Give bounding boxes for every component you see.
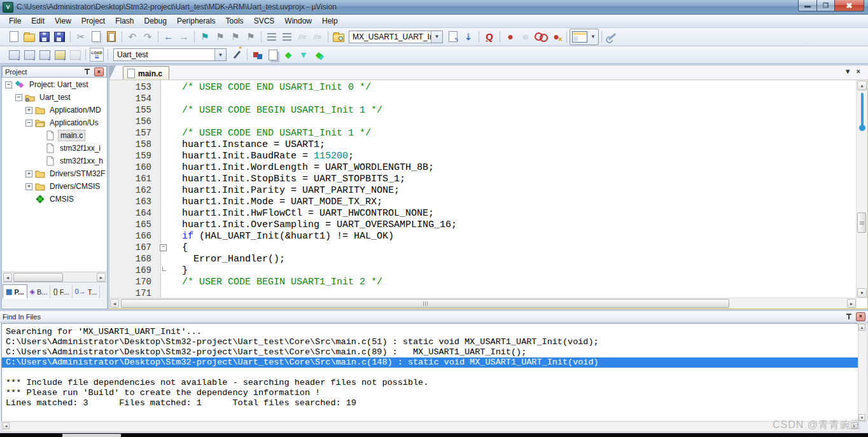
panel-tab-p[interactable]: ▦P... (3, 284, 27, 298)
new-file-button[interactable] (6, 30, 22, 44)
tree-item-cmsis[interactable]: CMSIS (3, 193, 106, 205)
download-button[interactable]: LOAD⇊ (88, 48, 105, 62)
build-button[interactable] (22, 48, 37, 62)
toggle-bookmark-button[interactable]: ⚑ (197, 30, 213, 44)
save-all-button[interactable] (52, 30, 67, 44)
tree-expander-icon[interactable]: − (5, 81, 12, 88)
find-result-line[interactable]: Searching for 'MX_USART1_UART_Init'... (2, 327, 858, 337)
save-button[interactable] (37, 30, 52, 44)
menu-peripherals[interactable]: Peripherals (172, 15, 221, 27)
tree-item-application-md[interactable]: +Application/MD (3, 104, 106, 116)
uncomment-button[interactable]: //≡ (310, 30, 325, 44)
editor-hscrollbar[interactable]: ◄ ► (109, 298, 857, 309)
options-for-target-button[interactable] (229, 48, 244, 62)
menu-flash[interactable]: Flash (110, 15, 139, 27)
code-line-160[interactable]: 160 huart1.Init.WordLength = UART_WORDLE… (109, 162, 857, 173)
menu-help[interactable]: Help (317, 15, 343, 27)
code-line-158[interactable]: 158 huart1.Instance = USART1; (109, 139, 857, 150)
project-panel-close-button[interactable]: × (94, 67, 104, 76)
find-result-line[interactable]: C:\Users\Administrator\Desktop\Stm32-pro… (2, 347, 858, 357)
chevron-down-icon[interactable]: ▼ (214, 49, 226, 60)
code-area[interactable]: 153 /* USER CODE END USART1_Init 0 */154… (109, 80, 857, 298)
code-line-155[interactable]: 155 /* USER CODE BEGIN USART1_Init 1 */ (109, 104, 857, 116)
find-result-line-selected[interactable]: C:\Users\Administrator\Desktop\Stm32-pro… (2, 357, 858, 368)
paste-button[interactable] (104, 30, 119, 44)
scroll-down-icon[interactable]: ▼ (857, 288, 867, 298)
tree-item-stm32f1xx-i[interactable]: stm32f1xx_i (3, 142, 106, 155)
function-combobox[interactable]: MX_USART1_UART_Init ▼ (349, 31, 443, 43)
quick-find-button[interactable]: Q (482, 30, 497, 44)
code-line-171[interactable]: 171 (109, 288, 857, 298)
panel-tab-b[interactable]: ◈B... (27, 285, 51, 298)
code-line-166[interactable]: 166 if (HAL_UART_Init(&huart1) != HAL_OK… (109, 230, 857, 242)
code-line-162[interactable]: 162 huart1.Init.Parity = UART_PARITY_NON… (109, 184, 857, 196)
scroll-up-icon[interactable]: ▲ (857, 81, 867, 90)
code-line-157[interactable]: 157 /* USER CODE END USART1_Init 1 */ (109, 127, 857, 139)
tree-expander-icon[interactable]: − (25, 120, 32, 127)
chevron-down-icon[interactable]: ▼ (431, 31, 442, 43)
disable-all-breakpoints-button[interactable] (533, 30, 549, 44)
scroll-right-icon[interactable]: ► (847, 299, 856, 308)
menu-edit[interactable]: Edit (26, 15, 50, 27)
comment-button[interactable]: //≡ (295, 30, 310, 44)
cut-button[interactable]: ✂ (73, 30, 88, 44)
stop-build-button[interactable] (67, 48, 83, 62)
code-line-163[interactable]: 163 huart1.Init.Mode = UART_MODE_TX_RX; (109, 196, 857, 207)
code-line-156[interactable]: 156 (109, 116, 857, 127)
clear-bookmarks-button[interactable]: ⚑ (243, 30, 258, 44)
tree-expander-icon[interactable]: − (15, 94, 22, 101)
tree-item-application-us[interactable]: −Application/Us (3, 116, 106, 129)
scrollbar-thumb[interactable] (857, 212, 866, 233)
configure-button[interactable] (605, 30, 620, 44)
open-file-button[interactable] (22, 30, 37, 44)
pin-icon[interactable] (84, 69, 90, 75)
tree-item-drivers-cmsis[interactable]: +Drivers/CMSIS (3, 180, 106, 193)
titlebar[interactable]: V C:\Users\Administrator\Desktop\Stm32-p… (0, 0, 868, 15)
code-line-169[interactable]: 169 } (109, 265, 857, 276)
code-line-168[interactable]: 168 Error_Handler(); (109, 253, 857, 265)
scrollbar-thumb[interactable] (13, 273, 63, 282)
incremental-find-button[interactable]: ⇣ (461, 30, 476, 44)
menu-window[interactable]: Window (279, 15, 317, 27)
find-vscrollbar[interactable]: ▲ ▼ (858, 323, 867, 422)
undo-button[interactable]: ↶ (125, 30, 140, 44)
scrollbar-thumb[interactable] (121, 299, 729, 308)
tree-item-main-c[interactable]: main.c (3, 129, 106, 142)
outdent-button[interactable] (279, 30, 295, 44)
code-line-170[interactable]: 170 /* USER CODE BEGIN USART1_Init 2 */ (109, 276, 857, 288)
target-combobox[interactable]: Uart_test ▼ (113, 48, 227, 61)
editor-tab-main-c[interactable]: main.c (123, 66, 169, 80)
tree-item-project-uart-test[interactable]: −Project: Uart_test (3, 78, 106, 91)
tree-item-stm32f1xx-h[interactable]: stm32f1xx_h (3, 155, 106, 167)
code-line-159[interactable]: 159 huart1.Init.BaudRate = 115200; (109, 150, 857, 162)
enable-breakpoint-button[interactable]: ● (518, 30, 533, 44)
fold-collapse-icon[interactable]: − (160, 244, 167, 251)
minimize-button[interactable]: ▬ (798, 0, 817, 11)
panel-tab-f[interactable]: {}F... (50, 285, 72, 298)
manage-project-items-button[interactable] (250, 48, 265, 62)
menu-file[interactable]: File (4, 15, 26, 27)
insert-breakpoint-button[interactable]: ● (503, 30, 518, 44)
find-result-line[interactable]: Lines matched: 3 Files matched: 1 Total … (2, 398, 858, 408)
tree-item-drivers-stm32f[interactable]: +Drivers/STM32F (3, 167, 106, 180)
tab-close-icon[interactable]: × (857, 67, 860, 75)
tree-expander-icon[interactable]: + (25, 170, 32, 177)
restore-button[interactable]: ❐ (817, 0, 834, 11)
menu-tools[interactable]: Tools (221, 15, 249, 27)
code-line-154[interactable]: 154 (109, 93, 857, 104)
tab-list-dropdown-icon[interactable]: ▼ (844, 67, 851, 75)
menu-debug[interactable]: Debug (139, 15, 172, 27)
scroll-left-icon[interactable]: ◄ (110, 299, 119, 308)
scroll-left-icon[interactable]: ◄ (3, 273, 12, 282)
panel-tab-t[interactable]: 0→T... (73, 285, 101, 298)
pin-icon[interactable] (846, 314, 852, 320)
find-result-line[interactable]: *** Include file dependencies not availa… (2, 378, 858, 388)
file-extensions-button[interactable] (265, 48, 281, 62)
tree-item-uart-test[interactable]: −Uart_test (3, 91, 106, 104)
project-tree-hscrollbar[interactable]: ◄ ► (3, 272, 106, 282)
editor-vscrollbar[interactable]: ▲ ▼ (856, 80, 867, 298)
find-result-line[interactable] (2, 368, 858, 378)
navigate-forward-button[interactable]: → (176, 30, 192, 44)
find-result-line[interactable]: *** Please run 'Build' to create the dep… (2, 388, 858, 398)
code-line-161[interactable]: 161 huart1.Init.StopBits = UART_STOPBITS… (109, 173, 857, 184)
